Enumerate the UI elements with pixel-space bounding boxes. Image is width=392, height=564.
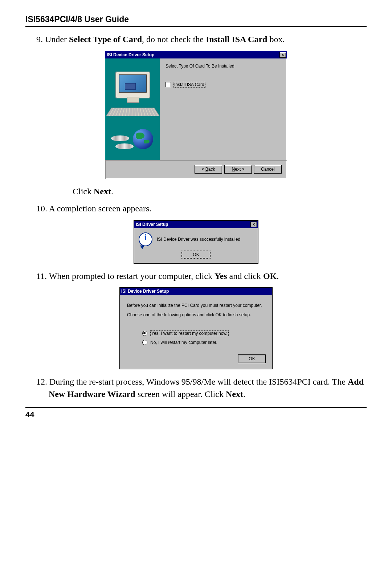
step-9-number: 9. — [36, 35, 43, 44]
install-isa-checkbox-row: Install ISA Card — [166, 82, 281, 88]
next-underline: N — [232, 167, 235, 172]
dialog2-footer: OK — [134, 248, 258, 263]
step-10-number: 10. — [36, 204, 47, 213]
next-button[interactable]: Next > — [224, 165, 252, 174]
restart-no-label: No, I will restart my computer later. — [150, 340, 217, 345]
back-pre: < — [201, 167, 205, 172]
step-9-text-a: Under — [43, 35, 69, 44]
speech-tail-icon — [140, 246, 144, 249]
step-9-text-c: , do not check the — [142, 35, 206, 44]
keyboard-icon — [106, 107, 160, 116]
dialog2-message: ISI Device Driver was successfully insta… — [157, 237, 240, 242]
step-11-text-c: and click — [227, 271, 263, 281]
dialog1-body: Select Type Of Card To Be Installed Inst… — [105, 58, 287, 160]
dialog1-footer: < Back Next > Cancel — [105, 160, 287, 179]
dialog2-body: ISI Device Driver was successfully insta… — [134, 228, 258, 248]
close-icon[interactable]: x — [279, 52, 286, 58]
ok-button[interactable]: OK — [181, 251, 211, 259]
restart-yes-row: Yes, I want to restart my computer now. — [142, 330, 265, 336]
globe-icon — [133, 129, 153, 149]
page-header-title: ISI5634PCI/4/8 User Guide — [25, 15, 367, 24]
step-12-text-c: screen will appear. Click — [135, 389, 226, 399]
back-underline: B — [205, 167, 208, 172]
dialog3-title: ISI Device Driver Setup — [121, 288, 169, 295]
click-c: . — [111, 187, 113, 196]
restart-dialog: ISI Device Driver Setup Before you can i… — [119, 287, 273, 369]
back-post: ack — [208, 167, 215, 172]
step-11-number: 11. — [36, 271, 47, 281]
click-b: Next — [94, 187, 111, 196]
install-isa-checkbox[interactable] — [166, 82, 171, 87]
dialog3-line1: Before you can initialize the PCI Card y… — [127, 303, 265, 308]
dialog2-title: ISI Driver Setup — [136, 221, 168, 228]
next-post: ext > — [235, 167, 244, 172]
cd-icon — [111, 135, 129, 141]
dialog3-body: Before you can initialize the PCI Card y… — [120, 295, 272, 354]
dialog3-footer: OK — [120, 354, 272, 369]
step-11-text-a: When prompted to restart your computer, … — [47, 271, 215, 281]
success-dialog: ISI Driver Setup x ISI Device Driver was… — [134, 220, 258, 264]
restart-no-row: No, I will restart my computer later. — [142, 340, 265, 345]
step-12-number: 12. — [36, 377, 47, 386]
close-icon[interactable]: x — [250, 222, 257, 227]
back-button[interactable]: < Back — [195, 165, 222, 174]
dialog3-options: Yes, I want to restart my computer now. … — [142, 330, 265, 345]
step-9: 9. Under Select Type of Card, do not che… — [36, 33, 367, 46]
dialog1-content: Select Type Of Card To Be Installed Inst… — [160, 58, 287, 160]
step-12-text-e: . — [243, 389, 245, 399]
info-icon-wrap — [139, 232, 152, 246]
ok-button[interactable]: OK — [238, 354, 266, 363]
step-12-bold-2: Next — [226, 389, 243, 399]
step-12: 12. During the re-start process, Windows… — [36, 376, 367, 400]
restart-yes-radio[interactable] — [142, 331, 147, 336]
restart-yes-label: Yes, I want to restart my computer now. — [150, 330, 229, 336]
driver-setup-dialog: ISI Device Driver Setup x Select Type Of… — [105, 51, 287, 179]
step-10-text: A completion screen appears. — [47, 204, 151, 213]
step-9-bold-1: Select Type of Card — [69, 35, 142, 44]
step-9-text-e: box. — [267, 35, 285, 44]
step-11: 11. When prompted to restart your comput… — [36, 270, 367, 283]
dialog1-title: ISI Device Driver Setup — [107, 51, 154, 58]
page-number: 44 — [25, 410, 367, 419]
step-11-bold-1: Yes — [215, 271, 227, 281]
step-9-bold-2: Install ISA Card — [206, 35, 267, 44]
click-a: Click — [73, 187, 94, 196]
dialog2-titlebar: ISI Driver Setup x — [134, 221, 258, 228]
floppy-icon — [125, 83, 136, 90]
step-11-bold-2: OK — [263, 271, 277, 281]
info-icon — [139, 232, 152, 246]
dialog1-graphic — [105, 58, 160, 160]
dialog1-titlebar: ISI Device Driver Setup x — [105, 51, 287, 58]
dialog3-line2: Choose one of the following options and … — [127, 312, 265, 317]
dialog3-titlebar: ISI Device Driver Setup — [120, 288, 272, 295]
step-12-text-a: During the re-start process, Windows 95/… — [47, 377, 348, 386]
step-10: 10. A completion screen appears. — [36, 203, 367, 215]
footer-rule — [25, 407, 367, 408]
header-rule — [25, 26, 367, 27]
install-isa-label: Install ISA Card — [173, 82, 205, 88]
cancel-button[interactable]: Cancel — [254, 165, 282, 174]
dialog1-heading: Select Type Of Card To Be Installed — [166, 64, 281, 69]
cd-icon — [115, 143, 134, 149]
restart-no-radio[interactable] — [142, 340, 147, 345]
step-9-click-next: Click Next. — [73, 186, 367, 198]
step-11-text-e: . — [277, 271, 279, 281]
